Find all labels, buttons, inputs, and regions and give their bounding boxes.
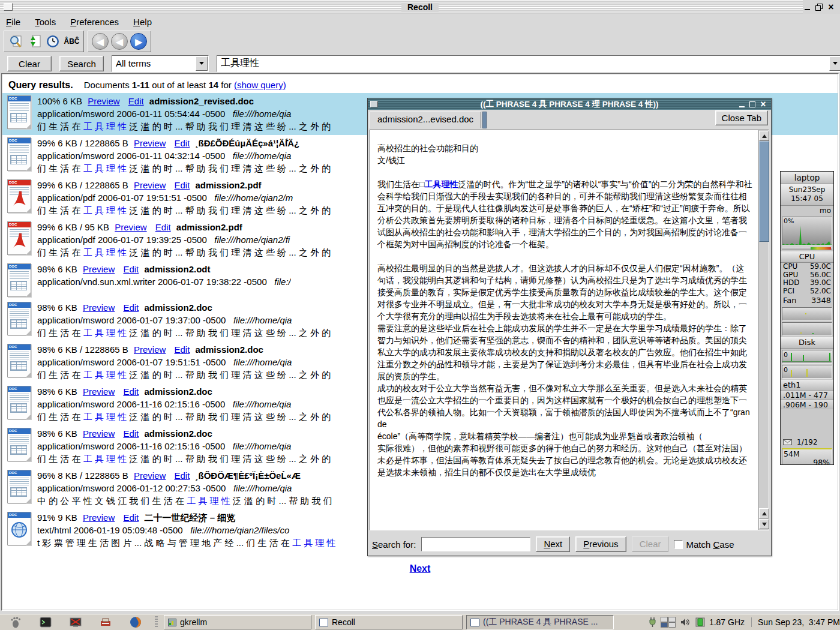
history-clock-icon[interactable] xyxy=(45,34,61,49)
taskbar-clock[interactable]: Sun Sep 23, 3:47 PM xyxy=(751,617,840,627)
edit-link[interactable]: Edit xyxy=(123,512,139,523)
snippet-term: 工 具 理 性 xyxy=(83,328,127,338)
scroll-up-icon[interactable] xyxy=(759,508,769,518)
scroll-up-icon[interactable] xyxy=(759,131,769,141)
edit-link[interactable]: Edit xyxy=(175,470,190,481)
edit-link[interactable]: Edit xyxy=(175,344,190,355)
preview-maximize-icon[interactable] xyxy=(748,100,757,109)
relevance-pct: 99% xyxy=(37,222,55,232)
next-results-link[interactable]: Next xyxy=(410,563,431,574)
net-section-label[interactable]: eth1 xyxy=(781,380,833,390)
edit-link[interactable]: Edit xyxy=(175,138,190,148)
preview-link[interactable]: Preview xyxy=(83,302,115,313)
preview-link[interactable]: Preview xyxy=(83,264,115,274)
gnome-foot-icon[interactable] xyxy=(2,616,29,629)
terminal-icon[interactable] xyxy=(32,616,59,629)
preview-link[interactable]: Preview xyxy=(83,386,115,397)
close-tab-button[interactable]: Close Tab xyxy=(715,110,768,125)
relevance-pct: 98% xyxy=(37,264,55,274)
task-button-recoll[interactable]: Recoll xyxy=(315,615,463,629)
maximize-icon[interactable] xyxy=(815,3,823,11)
preview-link[interactable]: Preview xyxy=(134,344,166,355)
cpu-frequency[interactable]: 1.87 GHz xyxy=(709,617,745,627)
search-button[interactable]: Search xyxy=(59,56,104,71)
gkrellm-ticker: mo xyxy=(781,206,833,215)
menu-item[interactable]: Preferences xyxy=(70,17,119,27)
first-page-icon[interactable]: ◀ xyxy=(92,33,109,50)
preview-close-icon[interactable]: × xyxy=(759,100,767,109)
battery-icon[interactable] xyxy=(695,617,705,628)
match-case-checkbox[interactable]: Match Case xyxy=(674,539,734,550)
disk-chart-1: 0 xyxy=(782,350,832,364)
term-explorer-icon[interactable]: ÅBĈ xyxy=(64,34,80,49)
preview-link[interactable]: Preview xyxy=(88,96,119,106)
firefox-icon[interactable] xyxy=(122,616,149,629)
show-query-link[interactable]: (show query) xyxy=(234,80,286,90)
edit-link[interactable]: Edit xyxy=(123,386,139,397)
edit-link[interactable]: Edit xyxy=(175,180,190,190)
gkrellm-hostname[interactable]: laptop xyxy=(781,172,833,184)
gkrellm-panel[interactable]: laptop Sun23Sep 15:47 05 mo 0% CPU CPU59… xyxy=(780,171,834,465)
task-button-preview[interactable]: ((工 PHRASE 4 具 PHRASE ... xyxy=(466,615,614,629)
clear-button[interactable]: Clear xyxy=(7,56,52,71)
result-title: admission2.pdf xyxy=(176,222,242,232)
result-url: file:///home/qia xyxy=(233,315,292,325)
edit-link[interactable]: Edit xyxy=(123,264,139,274)
result-url: file:///home/qia xyxy=(233,151,292,161)
preview-tab[interactable]: admission2...evised.doc xyxy=(370,112,481,128)
preview-link[interactable]: Preview xyxy=(83,428,115,439)
file-type-icon: DOC xyxy=(7,95,31,129)
window-menu-icon[interactable] xyxy=(4,3,13,11)
search-mode-select[interactable]: All terms xyxy=(112,55,209,72)
power-plug-icon[interactable] xyxy=(649,617,656,628)
typewriter-icon[interactable] xyxy=(92,616,119,629)
sort-by-date-icon[interactable] xyxy=(26,34,43,49)
mail-row[interactable]: 1/192 xyxy=(781,437,833,448)
volume-icon[interactable] xyxy=(680,617,691,627)
chevron-down-icon[interactable] xyxy=(196,56,208,71)
find-previous-button[interactable]: Previous xyxy=(575,536,626,552)
window-task-icon xyxy=(319,619,328,626)
checkbox-icon[interactable] xyxy=(674,540,683,549)
edit-link[interactable]: Edit xyxy=(128,96,144,106)
query-input[interactable] xyxy=(217,58,829,69)
show-query-details-icon[interactable] xyxy=(8,34,24,49)
preview-link[interactable]: Preview xyxy=(115,222,146,232)
result-title: admission2.pdf xyxy=(196,180,262,190)
edit-link[interactable]: Edit xyxy=(155,222,171,232)
edit-link[interactable]: Edit xyxy=(123,428,139,439)
task-button-gkrellm[interactable]: gkrellm xyxy=(164,615,311,629)
minimize-icon[interactable] xyxy=(803,3,811,11)
mail-count: 1/192 xyxy=(797,438,818,446)
find-input[interactable] xyxy=(421,537,530,551)
query-history-chevron-icon[interactable] xyxy=(829,56,840,71)
preview-scrollbar[interactable] xyxy=(758,130,769,530)
preview-minimize-icon[interactable] xyxy=(737,100,746,109)
preview-text-area[interactable]: 高校招生的社会功能和目的 文/钱江 我们生活在□工具理性泛滥的时代。作为“世之显… xyxy=(370,130,769,530)
preview-window-menu-icon[interactable] xyxy=(370,101,378,107)
find-clear-button[interactable]: Clear xyxy=(632,536,669,552)
edit-link[interactable]: Edit xyxy=(123,302,139,313)
find-next-button[interactable]: Next xyxy=(536,536,570,552)
workspace-pager-icon[interactable] xyxy=(661,617,676,628)
disk-section-label[interactable]: Disk xyxy=(781,337,833,349)
scrollbar-thumb[interactable] xyxy=(759,141,769,242)
menu-item[interactable]: File xyxy=(6,17,20,27)
recoll-titlebar[interactable]: Recoll × xyxy=(0,0,840,14)
taskbar-handle[interactable] xyxy=(155,616,158,628)
preview-link[interactable]: Preview xyxy=(134,470,166,481)
scroll-down-icon[interactable] xyxy=(759,519,769,529)
menu-item[interactable]: Help xyxy=(133,17,152,27)
close-icon[interactable]: × xyxy=(827,3,835,11)
menu-item[interactable]: Tools xyxy=(35,17,56,27)
preview-titlebar[interactable]: ((工 PHRASE 4 具 PHRASE 4 理 PHRASE 4 性)) × xyxy=(368,98,771,110)
preview-link[interactable]: Preview xyxy=(83,512,115,523)
preview-link[interactable]: Preview xyxy=(134,138,166,148)
cpu-section-label[interactable]: CPU xyxy=(781,251,833,263)
preview-window-title: ((工 PHRASE 4 具 PHRASE 4 理 PHRASE 4 性)) xyxy=(480,99,658,110)
lock-screen-icon[interactable] xyxy=(62,616,89,629)
next-page-icon[interactable]: ▶ xyxy=(130,33,147,50)
preview-link[interactable]: Preview xyxy=(134,180,166,190)
desktop: { "window": {"title": "Recoll"}, "menu":… xyxy=(0,0,840,630)
prev-page-icon[interactable]: ◀ xyxy=(111,33,128,50)
